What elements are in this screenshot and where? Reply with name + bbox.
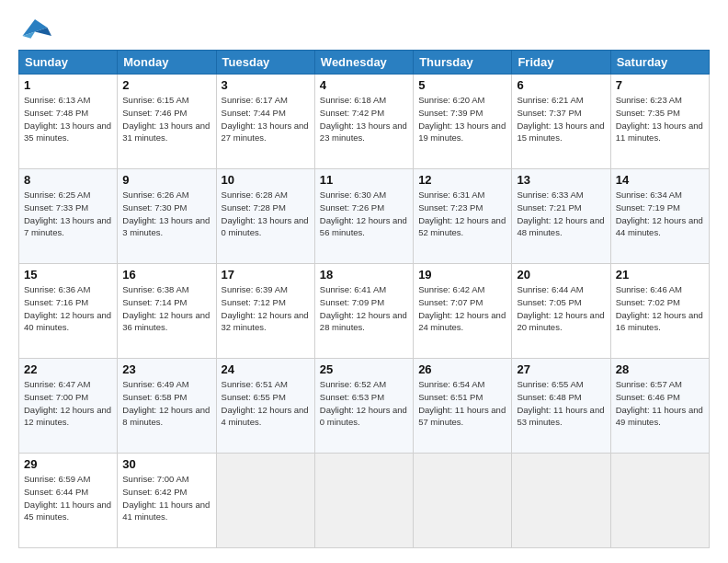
day-header: Wednesday xyxy=(314,51,413,75)
day-info: Sunrise: 6:59 AMSunset: 6:44 PMDaylight:… xyxy=(24,473,112,523)
day-info: Sunrise: 6:28 AMSunset: 7:28 PMDaylight:… xyxy=(222,189,310,239)
day-number: 19 xyxy=(418,268,506,282)
day-info: Sunrise: 6:51 AMSunset: 6:55 PMDaylight:… xyxy=(222,378,310,429)
day-number: 17 xyxy=(222,268,310,282)
day-info: Sunrise: 6:33 AMSunset: 7:21 PMDaylight:… xyxy=(517,189,605,239)
calendar-cell xyxy=(414,454,512,548)
day-number: 1 xyxy=(24,78,112,92)
calendar-cell: 26Sunrise: 6:54 AMSunset: 6:51 PMDayligh… xyxy=(414,359,512,454)
day-number: 29 xyxy=(24,457,112,471)
day-number: 23 xyxy=(122,362,210,376)
days-header-row: SundayMondayTuesdayWednesdayThursdayFrid… xyxy=(19,51,710,75)
calendar-cell: 1Sunrise: 6:13 AMSunset: 7:48 PMDaylight… xyxy=(19,75,118,169)
calendar-cell: 9Sunrise: 6:26 AMSunset: 7:30 PMDaylight… xyxy=(118,169,216,264)
day-header: Monday xyxy=(118,51,216,75)
day-info: Sunrise: 6:41 AMSunset: 7:09 PMDaylight:… xyxy=(320,283,408,334)
calendar-week: 8Sunrise: 6:25 AMSunset: 7:33 PMDaylight… xyxy=(19,169,710,264)
day-info: Sunrise: 6:20 AMSunset: 7:39 PMDaylight:… xyxy=(418,94,506,144)
calendar-cell: 8Sunrise: 6:25 AMSunset: 7:33 PMDaylight… xyxy=(19,169,118,264)
day-header: Sunday xyxy=(19,51,118,75)
calendar: SundayMondayTuesdayWednesdayThursdayFrid… xyxy=(18,50,710,548)
page: SundayMondayTuesdayWednesdayThursdayFrid… xyxy=(0,0,728,563)
day-number: 13 xyxy=(517,173,605,187)
calendar-cell: 16Sunrise: 6:38 AMSunset: 7:14 PMDayligh… xyxy=(118,264,216,359)
day-info: Sunrise: 6:18 AMSunset: 7:42 PMDaylight:… xyxy=(320,94,408,144)
calendar-cell: 22Sunrise: 6:47 AMSunset: 7:00 PMDayligh… xyxy=(19,359,118,454)
day-number: 27 xyxy=(517,362,605,376)
day-number: 15 xyxy=(24,268,112,282)
calendar-cell: 14Sunrise: 6:34 AMSunset: 7:19 PMDayligh… xyxy=(610,169,709,264)
calendar-cell: 3Sunrise: 6:17 AMSunset: 7:44 PMDaylight… xyxy=(216,75,314,169)
day-info: Sunrise: 6:26 AMSunset: 7:30 PMDaylight:… xyxy=(122,189,210,239)
calendar-cell: 17Sunrise: 6:39 AMSunset: 7:12 PMDayligh… xyxy=(216,264,314,359)
day-number: 14 xyxy=(616,173,704,187)
calendar-cell: 18Sunrise: 6:41 AMSunset: 7:09 PMDayligh… xyxy=(314,264,413,359)
day-info: Sunrise: 6:13 AMSunset: 7:48 PMDaylight:… xyxy=(24,94,112,144)
calendar-cell: 28Sunrise: 6:57 AMSunset: 6:46 PMDayligh… xyxy=(610,359,709,454)
calendar-cell: 27Sunrise: 6:55 AMSunset: 6:48 PMDayligh… xyxy=(512,359,610,454)
logo xyxy=(18,15,55,40)
day-number: 3 xyxy=(222,78,310,92)
calendar-week: 29Sunrise: 6:59 AMSunset: 6:44 PMDayligh… xyxy=(19,454,710,548)
header xyxy=(18,15,710,40)
day-number: 8 xyxy=(24,173,112,187)
calendar-cell: 5Sunrise: 6:20 AMSunset: 7:39 PMDaylight… xyxy=(414,75,512,169)
calendar-week: 22Sunrise: 6:47 AMSunset: 7:00 PMDayligh… xyxy=(19,359,710,454)
calendar-cell: 21Sunrise: 6:46 AMSunset: 7:02 PMDayligh… xyxy=(610,264,709,359)
day-info: Sunrise: 6:15 AMSunset: 7:46 PMDaylight:… xyxy=(122,94,210,144)
calendar-cell: 7Sunrise: 6:23 AMSunset: 7:35 PMDaylight… xyxy=(610,75,709,169)
day-info: Sunrise: 6:49 AMSunset: 6:58 PMDaylight:… xyxy=(122,378,210,429)
day-info: Sunrise: 6:21 AMSunset: 7:37 PMDaylight:… xyxy=(517,94,605,144)
calendar-cell: 4Sunrise: 6:18 AMSunset: 7:42 PMDaylight… xyxy=(314,75,413,169)
calendar-cell: 6Sunrise: 6:21 AMSunset: 7:37 PMDaylight… xyxy=(512,75,610,169)
calendar-cell: 13Sunrise: 6:33 AMSunset: 7:21 PMDayligh… xyxy=(512,169,610,264)
calendar-cell: 12Sunrise: 6:31 AMSunset: 7:23 PMDayligh… xyxy=(414,169,512,264)
calendar-cell xyxy=(512,454,610,548)
day-info: Sunrise: 6:34 AMSunset: 7:19 PMDaylight:… xyxy=(616,189,704,239)
day-number: 18 xyxy=(320,268,408,282)
calendar-cell xyxy=(610,454,709,548)
day-number: 2 xyxy=(122,78,210,92)
day-number: 28 xyxy=(616,362,704,376)
day-number: 6 xyxy=(517,78,605,92)
logo-icon xyxy=(18,15,51,40)
day-info: Sunrise: 6:17 AMSunset: 7:44 PMDaylight:… xyxy=(222,94,310,144)
calendar-cell: 2Sunrise: 6:15 AMSunset: 7:46 PMDaylight… xyxy=(118,75,216,169)
day-info: Sunrise: 6:36 AMSunset: 7:16 PMDaylight:… xyxy=(24,283,112,334)
day-info: Sunrise: 6:30 AMSunset: 7:26 PMDaylight:… xyxy=(320,189,408,239)
day-number: 11 xyxy=(320,173,408,187)
calendar-cell: 25Sunrise: 6:52 AMSunset: 6:53 PMDayligh… xyxy=(314,359,413,454)
day-info: Sunrise: 7:00 AMSunset: 6:42 PMDaylight:… xyxy=(122,473,210,523)
day-number: 4 xyxy=(320,78,408,92)
day-number: 10 xyxy=(222,173,310,187)
day-number: 20 xyxy=(517,268,605,282)
day-number: 7 xyxy=(616,78,704,92)
calendar-cell: 10Sunrise: 6:28 AMSunset: 7:28 PMDayligh… xyxy=(216,169,314,264)
day-number: 26 xyxy=(418,362,506,376)
calendar-cell: 23Sunrise: 6:49 AMSunset: 6:58 PMDayligh… xyxy=(118,359,216,454)
day-info: Sunrise: 6:52 AMSunset: 6:53 PMDaylight:… xyxy=(320,378,408,429)
day-header: Tuesday xyxy=(216,51,314,75)
day-info: Sunrise: 6:23 AMSunset: 7:35 PMDaylight:… xyxy=(616,94,704,144)
calendar-cell: 30Sunrise: 7:00 AMSunset: 6:42 PMDayligh… xyxy=(118,454,216,548)
day-info: Sunrise: 6:47 AMSunset: 7:00 PMDaylight:… xyxy=(24,378,112,429)
day-info: Sunrise: 6:44 AMSunset: 7:05 PMDaylight:… xyxy=(517,283,605,334)
calendar-cell: 11Sunrise: 6:30 AMSunset: 7:26 PMDayligh… xyxy=(314,169,413,264)
day-number: 5 xyxy=(418,78,506,92)
day-info: Sunrise: 6:31 AMSunset: 7:23 PMDaylight:… xyxy=(418,189,506,239)
calendar-cell xyxy=(314,454,413,548)
day-info: Sunrise: 6:54 AMSunset: 6:51 PMDaylight:… xyxy=(418,378,506,429)
day-info: Sunrise: 6:39 AMSunset: 7:12 PMDaylight:… xyxy=(222,283,310,334)
day-number: 25 xyxy=(320,362,408,376)
calendar-week: 1Sunrise: 6:13 AMSunset: 7:48 PMDaylight… xyxy=(19,75,710,169)
day-number: 21 xyxy=(616,268,704,282)
day-header: Thursday xyxy=(414,51,512,75)
day-number: 24 xyxy=(222,362,310,376)
day-number: 9 xyxy=(122,173,210,187)
day-number: 16 xyxy=(122,268,210,282)
calendar-cell: 20Sunrise: 6:44 AMSunset: 7:05 PMDayligh… xyxy=(512,264,610,359)
day-info: Sunrise: 6:38 AMSunset: 7:14 PMDaylight:… xyxy=(122,283,210,334)
calendar-cell xyxy=(216,454,314,548)
day-header: Friday xyxy=(512,51,610,75)
day-info: Sunrise: 6:57 AMSunset: 6:46 PMDaylight:… xyxy=(616,378,704,429)
